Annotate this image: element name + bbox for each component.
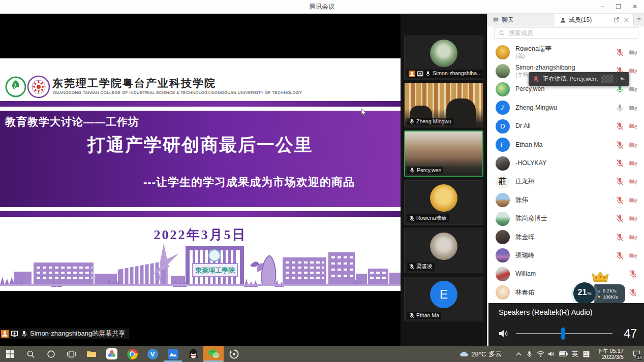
search-button[interactable] xyxy=(20,346,41,362)
video-thumbnail-strip: Simon-zhangshibang的… Zheng Mingwu Percy,… xyxy=(401,14,487,346)
mouse-cursor-icon xyxy=(361,108,367,116)
upload-speed: 9.2K/s xyxy=(603,288,617,293)
close-panel-icon[interactable] xyxy=(624,17,629,23)
touch-keyboard[interactable] xyxy=(580,351,592,357)
member-row[interactable]: 陈金晖 xyxy=(487,228,644,246)
camera-off-icon xyxy=(629,48,637,57)
tile-name: Percy,wen xyxy=(417,167,441,173)
mic-muted-icon xyxy=(616,251,624,260)
search-icon xyxy=(26,350,35,358)
slide-date: 2022年3月5日 xyxy=(0,226,401,244)
member-row[interactable]: 陈伟 xyxy=(487,191,644,209)
tray-volume[interactable] xyxy=(546,351,557,357)
tray-mic[interactable] xyxy=(524,350,535,358)
video-tile-percy-speaking[interactable]: Percy,wen xyxy=(404,130,483,177)
cloud-icon xyxy=(459,351,469,357)
members-icon xyxy=(560,17,566,23)
video-tile-ethan[interactable]: E Ethan Ma xyxy=(404,277,483,321)
mountain-app-button[interactable] xyxy=(163,346,183,362)
member-row[interactable]: D Dr Ali xyxy=(487,117,644,136)
touch-keyboard-icon xyxy=(583,351,590,357)
tab-chat[interactable]: 聊天 xyxy=(487,14,555,26)
tray-network[interactable] xyxy=(535,351,546,357)
minimize-button[interactable]: – xyxy=(594,0,610,14)
search-input[interactable] xyxy=(508,29,634,37)
mic-muted-icon xyxy=(409,215,415,221)
clock-time: 下午 05:17 xyxy=(597,348,624,354)
mic-muted-icon xyxy=(616,159,624,168)
popout-panel-icon[interactable] xyxy=(614,17,620,23)
member-row[interactable]: 莊 庄龙翔 xyxy=(487,173,644,191)
task-view-button[interactable] xyxy=(61,346,81,362)
camera-off-icon xyxy=(629,122,637,130)
weather-widget[interactable]: 28°C 多云 xyxy=(459,349,502,358)
avatar-letter: E xyxy=(430,281,457,308)
member-row[interactable]: Rowena瑞華(我) xyxy=(487,43,644,61)
video-tile-zheng-mingwu[interactable]: Zheng Mingwu xyxy=(404,83,483,127)
video-tile-simon[interactable]: Simon-zhangshibang的… xyxy=(404,36,483,80)
panel-tab-bar: 聊天 成员(15) ≡ xyxy=(487,14,644,26)
input-language[interactable]: 英 xyxy=(569,350,580,358)
recorder-icon xyxy=(229,349,239,359)
member-row[interactable]: William xyxy=(487,265,644,283)
maximize-button[interactable]: ❐ xyxy=(610,0,627,14)
start-button[interactable] xyxy=(0,346,20,362)
college-name-cn: 东莞理工学院粤台产业科技学院 xyxy=(52,76,216,90)
mic-muted-icon xyxy=(616,233,624,242)
speaker-icon[interactable] xyxy=(499,329,509,338)
member-row[interactable]: Z Zheng Mingwu xyxy=(487,98,644,117)
member-search[interactable] xyxy=(494,27,638,39)
app-tricircle-button[interactable] xyxy=(102,346,122,362)
member-row[interactable]: 張瑞峰 xyxy=(487,246,644,265)
member-row[interactable]: E Ethan Ma xyxy=(487,136,644,154)
download-speed: 106K/s xyxy=(603,294,618,300)
camera-off-icon xyxy=(629,85,637,93)
speaker-icon xyxy=(548,351,555,357)
speaking-toast: 正在讲话: Percy,wen; xyxy=(529,72,629,86)
volume-slider-thumb[interactable] xyxy=(561,327,565,340)
purple-divider-top xyxy=(0,101,401,107)
wechat-button[interactable] xyxy=(203,346,224,362)
camera-off-icon xyxy=(629,177,637,186)
folder-icon xyxy=(86,350,97,358)
screen-share-banner: Simon-zhangshibang的屏幕共享 xyxy=(0,328,129,339)
v-app-button[interactable]: V xyxy=(142,346,163,362)
panel-menu-icon[interactable]: ≡ xyxy=(633,14,644,26)
recorder-app-button[interactable] xyxy=(224,346,244,362)
tray-battery[interactable] xyxy=(557,351,569,356)
camera-off-icon xyxy=(629,214,637,223)
avatar xyxy=(496,212,510,226)
taskbar-clock[interactable]: 下午 05:17 2022/3/5 xyxy=(597,348,624,360)
avatar xyxy=(496,156,510,171)
mic-muted-icon xyxy=(616,141,624,149)
mic-muted-icon xyxy=(629,288,637,297)
tray-expand-chevron[interactable] xyxy=(513,352,524,356)
college-logo-green-icon xyxy=(5,76,26,97)
volume-slider[interactable] xyxy=(516,333,612,334)
file-explorer-button[interactable] xyxy=(81,346,102,362)
qq-button[interactable] xyxy=(183,346,203,362)
member-row[interactable]: 陈尚彦博士 xyxy=(487,210,644,228)
avatar-calligraphy: 莊 xyxy=(496,175,510,189)
qq-penguin-icon xyxy=(189,349,198,359)
mic-muted-icon xyxy=(616,177,624,186)
member-row[interactable]: -HOLYKAY xyxy=(487,154,644,172)
close-button[interactable]: ✕ xyxy=(627,0,643,14)
network-speed-widget[interactable]: ▲9.2K/s ▼106K/s xyxy=(594,284,625,304)
action-center-button[interactable]: 14 xyxy=(629,346,644,362)
camera-off-icon xyxy=(629,159,637,168)
mic-muted-icon xyxy=(616,196,624,205)
tab-members[interactable]: 成员(15) xyxy=(555,14,609,26)
tile-name: Rowena瑞華 xyxy=(416,215,447,222)
cortana-icon xyxy=(47,350,55,358)
mic-on-icon xyxy=(616,104,624,112)
cortana-button[interactable] xyxy=(41,346,61,362)
chrome-button[interactable] xyxy=(122,346,142,362)
tile-name: Zheng Mingwu xyxy=(416,118,451,124)
reply-arrow-icon[interactable] xyxy=(620,76,625,82)
notification-count-badge: 14 xyxy=(635,354,643,361)
video-tile-rowena[interactable]: Rowena瑞華 xyxy=(404,180,483,225)
avatar xyxy=(496,82,510,96)
video-tile-liang[interactable]: 梁書凌 xyxy=(404,228,483,273)
avatar-letter: Z xyxy=(496,101,510,115)
